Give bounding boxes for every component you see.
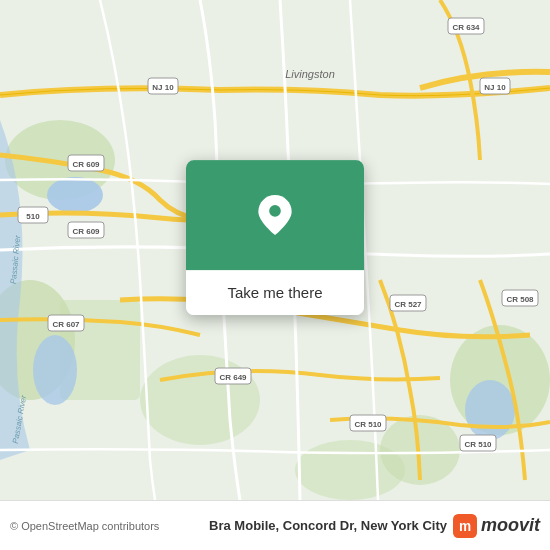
svg-text:CR 609: CR 609	[72, 227, 100, 236]
card-map-section	[186, 160, 364, 270]
svg-text:CR 607: CR 607	[52, 320, 80, 329]
svg-point-10	[465, 380, 515, 440]
location-card: Take me there	[186, 160, 364, 315]
svg-text:NJ 10: NJ 10	[484, 83, 506, 92]
svg-text:CR 510: CR 510	[464, 440, 492, 449]
svg-text:CR 510: CR 510	[354, 420, 382, 429]
svg-point-9	[33, 335, 77, 405]
svg-text:m: m	[459, 519, 471, 534]
location-pin-icon	[255, 195, 295, 235]
svg-text:CR 527: CR 527	[394, 300, 422, 309]
svg-point-7	[295, 440, 405, 500]
moovit-logo: m moovit	[453, 514, 540, 538]
svg-text:NJ 10: NJ 10	[152, 83, 174, 92]
svg-point-40	[269, 205, 281, 217]
moovit-brand-text: moovit	[481, 515, 540, 536]
copyright-text: © OpenStreetMap contributors	[10, 520, 203, 532]
svg-text:Livingston: Livingston	[285, 68, 335, 80]
bottom-bar: © OpenStreetMap contributors Bra Mobile,…	[0, 500, 550, 550]
svg-text:510: 510	[26, 212, 40, 221]
moovit-app-icon: m	[453, 514, 477, 538]
svg-text:CR 508: CR 508	[506, 295, 534, 304]
svg-point-8	[47, 177, 103, 213]
svg-text:CR 649: CR 649	[219, 373, 247, 382]
take-me-there-button[interactable]: Take me there	[186, 270, 364, 315]
map-container: CR 609 NJ 10 NJ 10 510 CR 609 CR 649 CR …	[0, 0, 550, 500]
location-title: Bra Mobile, Concord Dr, New York City	[209, 518, 447, 533]
svg-text:CR 609: CR 609	[72, 160, 100, 169]
svg-text:CR 634: CR 634	[452, 23, 480, 32]
